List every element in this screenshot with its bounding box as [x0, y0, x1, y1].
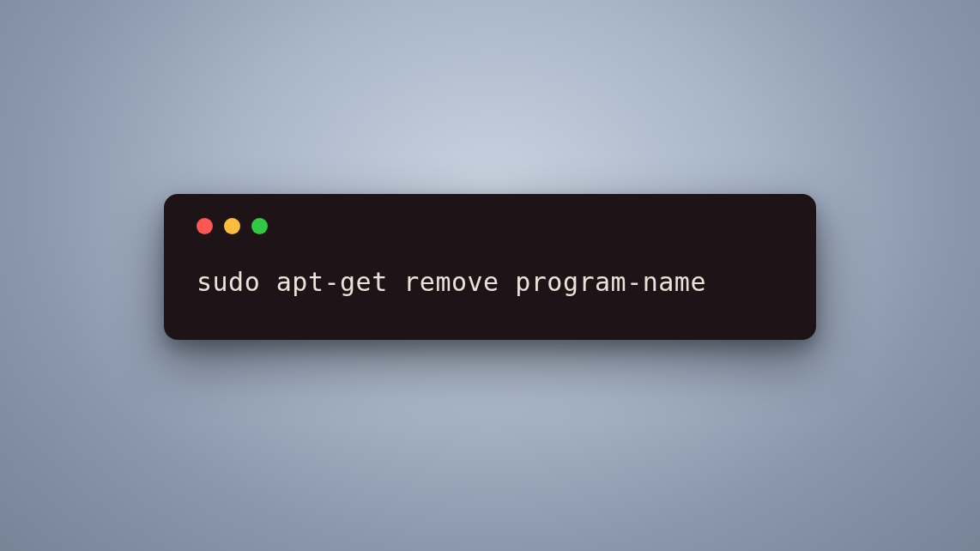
- traffic-lights: [191, 216, 789, 234]
- terminal-window: sudo apt-get remove program-name: [164, 194, 816, 340]
- close-icon[interactable]: [197, 218, 213, 234]
- terminal-command[interactable]: sudo apt-get remove program-name: [191, 267, 789, 304]
- maximize-icon[interactable]: [251, 218, 268, 234]
- minimize-icon[interactable]: [224, 218, 240, 234]
